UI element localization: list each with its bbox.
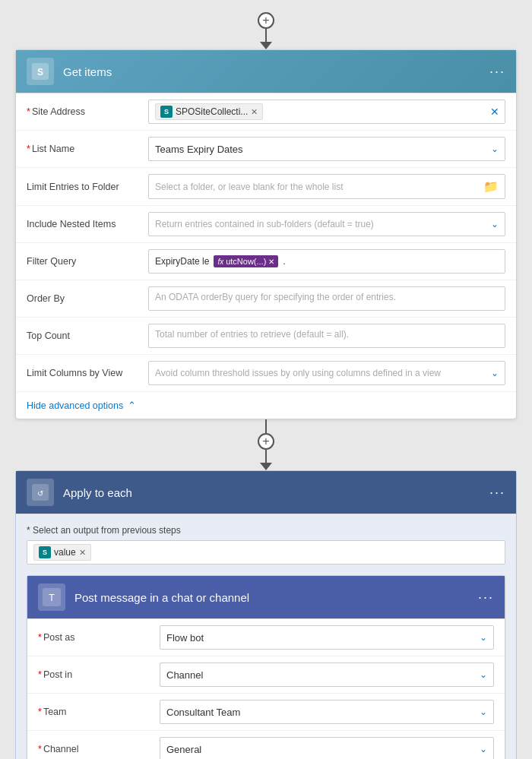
arrow-down-mid (260, 463, 272, 470)
order-by-input[interactable]: An ODATA orderBy query for specifying th… (148, 286, 505, 311)
site-address-tag: S SPOSiteCollecti... ✕ (155, 103, 263, 120)
post-message-card: T Post message in a chat or channel ··· … (27, 575, 505, 759)
include-nested-select[interactable]: Return entries contained in sub-folders … (148, 212, 505, 236)
middle-plus-button[interactable]: + (258, 433, 274, 450)
apply-each-title: Apply to each (63, 486, 489, 499)
get-items-title: Get items (63, 65, 489, 78)
team-label: *Team (38, 707, 160, 717)
site-address-tag-remove[interactable]: ✕ (251, 107, 258, 117)
include-nested-label: Include Nested Items (27, 219, 148, 229)
limit-entries-label: Limit Entries to Folder (27, 182, 148, 192)
list-name-chevron: ⌄ (491, 144, 499, 154)
post-as-chevron: ⌄ (480, 632, 487, 643)
post-as-row: *Post as Flow bot ⌄ (27, 619, 505, 656)
limit-entries-row: Limit Entries to Folder Select a folder,… (16, 168, 516, 206)
sj-icon: S (39, 546, 51, 558)
include-nested-field: Return entries contained in sub-folders … (148, 212, 505, 236)
limit-columns-select[interactable]: Avoid column threshold issues by only us… (148, 361, 505, 385)
value-tag-remove[interactable]: ✕ (79, 548, 86, 558)
connector-line-top (265, 29, 267, 43)
team-chevron: ⌄ (480, 707, 487, 717)
limit-columns-label: Limit Columns by View (27, 368, 148, 378)
svg-text:S: S (37, 67, 43, 77)
post-in-field: Channel ⌄ (160, 663, 494, 687)
limit-entries-field: Select a folder, or leave blank for the … (148, 174, 505, 199)
site-address-field: S SPOSiteCollecti... ✕ ✕ (148, 100, 505, 124)
limit-columns-row: Limit Columns by View Avoid column thres… (16, 355, 516, 392)
top-count-field: Total number of entries to retrieve (def… (148, 324, 505, 348)
filter-query-field: ExpiryDate le fx utcNow(...) ✕ . (148, 249, 505, 274)
site-address-input[interactable]: S SPOSiteCollecti... ✕ (148, 100, 505, 124)
site-address-clear[interactable]: ✕ (490, 106, 499, 118)
channel-field: General ⌄ (160, 737, 494, 759)
post-in-row: *Post in Channel ⌄ (27, 656, 505, 694)
team-field: Consultant Team ⌄ (160, 700, 494, 724)
apply-each-header: ↺ Apply to each ··· (16, 471, 516, 514)
post-message-menu[interactable]: ··· (478, 590, 494, 606)
filter-query-label: Filter Query (27, 256, 148, 267)
team-row: *Team Consultant Team ⌄ (27, 694, 505, 731)
apply-each-card: ↺ Apply to each ··· * Select an output f… (15, 470, 517, 759)
limit-columns-chevron: ⌄ (491, 368, 499, 378)
value-tag: S value ✕ (33, 544, 91, 561)
post-message-title: Post message in a chat or channel (74, 591, 478, 604)
post-as-label: *Post as (38, 632, 160, 643)
select-output-label: * Select an output from previous steps (27, 525, 505, 536)
filter-query-row: Filter Query ExpiryDate le fx utcNow(...… (16, 243, 516, 280)
list-name-label: *List Name (27, 144, 148, 154)
post-message-icon: T (38, 583, 65, 611)
get-items-menu[interactable]: ··· (489, 64, 505, 80)
top-count-label: Top Count (27, 330, 148, 341)
filter-query-input[interactable]: ExpiryDate le fx utcNow(...) ✕ . (148, 249, 505, 274)
arrow-down-top (260, 42, 272, 49)
connector-line-mid (265, 419, 267, 433)
post-message-header: T Post message in a chat or channel ··· (27, 576, 505, 619)
site-address-row: *Site Address S SPOSiteCollecti... ✕ ✕ (16, 93, 516, 131)
chevron-up-icon: ⌃ (128, 400, 136, 411)
svg-text:T: T (49, 592, 55, 603)
apply-each-body: * Select an output from previous steps S… (27, 525, 505, 759)
site-address-label: *Site Address (27, 106, 148, 117)
value-tag-input[interactable]: S value ✕ (27, 540, 505, 565)
connector-line-mid2 (265, 450, 267, 463)
apply-each-icon: ↺ (27, 479, 54, 506)
apply-each-menu[interactable]: ··· (489, 485, 505, 501)
post-in-select[interactable]: Channel ⌄ (160, 663, 494, 687)
channel-row: *Channel General ⌄ (27, 731, 505, 759)
include-nested-chevron: ⌄ (491, 219, 499, 229)
post-as-field: Flow bot ⌄ (160, 625, 494, 650)
sp-icon: S (160, 106, 173, 118)
post-as-select[interactable]: Flow bot ⌄ (160, 625, 494, 650)
top-count-row: Top Count Total number of entries to ret… (16, 318, 516, 355)
list-name-row: *List Name Teams Expiry Dates ⌄ (16, 131, 516, 168)
get-items-card: S Get items ··· *Site Address S SPOSiteC… (15, 49, 517, 419)
get-items-icon: S (27, 58, 54, 85)
include-nested-row: Include Nested Items Return entries cont… (16, 206, 516, 243)
team-select[interactable]: Consultant Team ⌄ (160, 700, 494, 724)
post-in-label: *Post in (38, 669, 160, 680)
fx-remove[interactable]: ✕ (268, 258, 274, 266)
list-name-select[interactable]: Teams Expiry Dates ⌄ (148, 137, 505, 161)
channel-label: *Channel (38, 744, 160, 754)
post-in-chevron: ⌄ (480, 669, 487, 680)
top-count-input[interactable]: Total number of entries to retrieve (def… (148, 324, 505, 348)
limit-columns-field: Avoid column threshold issues by only us… (148, 361, 505, 385)
channel-chevron: ⌄ (480, 744, 487, 754)
order-by-field: An ODATA orderBy query for specifying th… (148, 286, 505, 311)
order-by-label: Order By (27, 293, 148, 304)
get-items-header: S Get items ··· (16, 50, 516, 93)
channel-select[interactable]: General ⌄ (160, 737, 494, 759)
top-plus-button[interactable]: + (258, 12, 274, 29)
list-name-field: Teams Expiry Dates ⌄ (148, 137, 505, 161)
limit-entries-placeholder: Select a folder, or leave blank for the … (155, 182, 483, 192)
hide-advanced-options[interactable]: Hide advanced options ⌃ (16, 392, 516, 419)
folder-icon: 📁 (483, 179, 499, 194)
fx-badge: fx utcNow(...) ✕ (214, 255, 278, 267)
order-by-row: Order By An ODATA orderBy query for spec… (16, 280, 516, 318)
svg-text:↺: ↺ (37, 489, 43, 498)
